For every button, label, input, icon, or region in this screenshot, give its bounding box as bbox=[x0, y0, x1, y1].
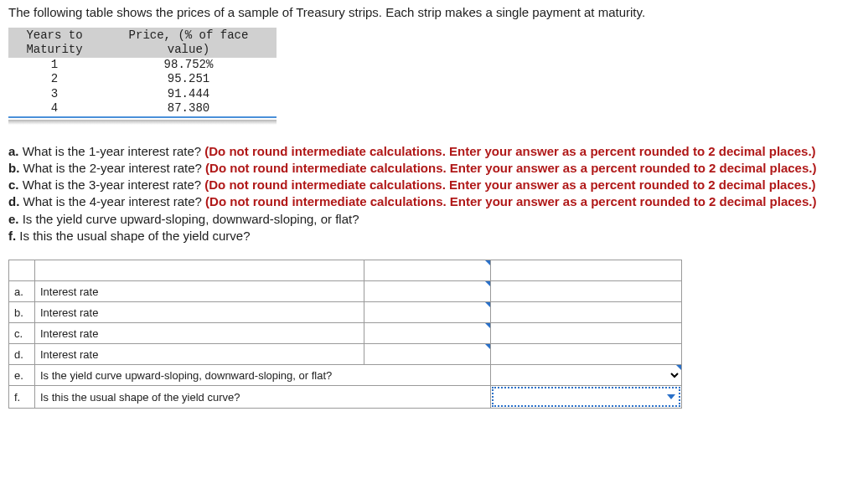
ans-label: Is the yield curve upward-sloping, downw… bbox=[35, 365, 491, 386]
ans-letter: d. bbox=[9, 344, 35, 365]
q-b-hint: (Do not round intermediate calculations.… bbox=[205, 161, 816, 175]
answer-row-b: b. Interest rate bbox=[9, 302, 682, 323]
blank-input-header bbox=[364, 260, 491, 281]
cell-years: 3 bbox=[8, 87, 101, 102]
ans-label: Interest rate bbox=[35, 281, 364, 302]
q-f-text: Is this the usual shape of the yield cur… bbox=[16, 229, 250, 243]
answer-row-f: f. Is this the usual shape of the yield … bbox=[9, 386, 682, 409]
interest-rate-input-c[interactable] bbox=[364, 323, 490, 343]
cell-price: 87.380 bbox=[101, 101, 277, 116]
table-row: 1 98.752% bbox=[8, 58, 277, 73]
chevron-down-icon bbox=[667, 394, 675, 399]
cell-years: 1 bbox=[8, 58, 101, 73]
blank-cell bbox=[491, 281, 682, 302]
blank-cell bbox=[9, 260, 35, 281]
col-price-line2: value) bbox=[168, 43, 209, 56]
ans-select-cell bbox=[491, 365, 682, 386]
ans-letter: b. bbox=[9, 302, 35, 323]
q-d-letter: d. bbox=[8, 194, 19, 208]
ans-letter: f. bbox=[9, 386, 35, 409]
strip-table-container: Years to Maturity Price, (% of face valu… bbox=[8, 28, 277, 118]
cell-years: 2 bbox=[8, 72, 101, 87]
blank-cell bbox=[491, 344, 682, 365]
q-d-hint: (Do not round intermediate calculations.… bbox=[205, 194, 816, 208]
interest-rate-input-b[interactable] bbox=[364, 302, 490, 322]
q-a-hint: (Do not round intermediate calculations.… bbox=[204, 144, 815, 158]
ans-letter: e. bbox=[9, 365, 35, 386]
q-b-letter: b. bbox=[8, 161, 19, 175]
col-years-line2: Maturity bbox=[26, 43, 82, 56]
answers-header-row bbox=[9, 260, 682, 281]
strip-price-table: Years to Maturity Price, (% of face valu… bbox=[8, 28, 277, 116]
answer-row-d: d. Interest rate bbox=[9, 344, 682, 365]
ans-input-cell bbox=[364, 344, 491, 365]
q-a-letter: a. bbox=[8, 144, 19, 158]
interest-rate-input-d[interactable] bbox=[364, 344, 490, 364]
blank-cell bbox=[35, 260, 364, 281]
cell-price: 91.444 bbox=[101, 87, 277, 102]
table-row: 4 87.380 bbox=[8, 101, 277, 116]
usual-shape-select[interactable] bbox=[492, 387, 680, 407]
ans-label: Is this the usual shape of the yield cur… bbox=[35, 386, 491, 409]
answer-row-c: c. Interest rate bbox=[9, 323, 682, 344]
cell-price: 98.752% bbox=[101, 58, 277, 73]
table-shadow bbox=[8, 120, 277, 125]
col-years-line1: Years to bbox=[26, 28, 82, 42]
q-b-text: What is the 2-year interest rate? bbox=[19, 161, 205, 175]
ans-input-cell bbox=[364, 281, 491, 302]
blank-cell bbox=[491, 323, 682, 344]
ans-input-cell bbox=[364, 323, 491, 344]
q-c-letter: c. bbox=[8, 177, 19, 192]
answer-row-a: a. Interest rate bbox=[9, 281, 682, 302]
q-a-text: What is the 1-year interest rate? bbox=[19, 144, 205, 158]
yield-curve-shape-select[interactable] bbox=[491, 365, 681, 385]
col-price-line1: Price, (% of face bbox=[129, 28, 249, 42]
q-c-text: What is the 3-year interest rate? bbox=[19, 177, 205, 192]
ans-letter: c. bbox=[9, 323, 35, 344]
answers-table: a. Interest rate b. Interest rate c. Int… bbox=[8, 260, 682, 409]
blank-select-header bbox=[491, 260, 682, 281]
ans-input-cell bbox=[364, 302, 491, 323]
cell-price: 95.251 bbox=[101, 72, 277, 87]
ans-label: Interest rate bbox=[35, 302, 364, 323]
ans-label: Interest rate bbox=[35, 323, 364, 344]
table-row: 3 91.444 bbox=[8, 87, 277, 102]
blank-cell bbox=[491, 302, 682, 323]
table-row: 2 95.251 bbox=[8, 72, 277, 87]
col-years-header: Years to Maturity bbox=[8, 28, 101, 58]
q-c-hint: (Do not round intermediate calculations.… bbox=[204, 177, 815, 192]
col-price-header: Price, (% of face value) bbox=[101, 28, 277, 58]
q-e-letter: e. bbox=[8, 212, 19, 226]
ans-letter: a. bbox=[9, 281, 35, 302]
q-f-letter: f. bbox=[8, 229, 16, 243]
q-e-text: Is the yield curve upward-sloping, downw… bbox=[19, 212, 359, 226]
cell-years: 4 bbox=[8, 101, 101, 116]
answer-row-e: e. Is the yield curve upward-sloping, do… bbox=[9, 365, 682, 386]
interest-rate-input-a[interactable] bbox=[364, 281, 490, 301]
q-d-text: What is the 4-year interest rate? bbox=[19, 194, 205, 208]
ans-select-cell-focused bbox=[491, 386, 682, 409]
ans-label: Interest rate bbox=[35, 344, 364, 365]
question-block: a. What is the 1-year interest rate? (Do… bbox=[8, 143, 833, 245]
intro-text: The following table shows the prices of … bbox=[8, 5, 833, 19]
